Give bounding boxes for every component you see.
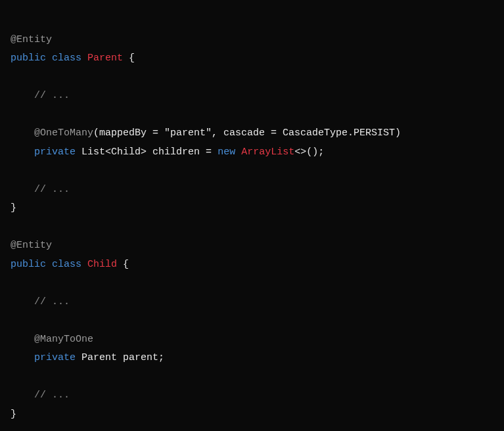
keyword-public: public <box>11 53 46 64</box>
comment: // ... <box>11 296 70 307</box>
type-arraylist: ArrayList <box>235 147 294 158</box>
annotation-entity: @Entity <box>11 34 52 45</box>
brace-close: } <box>11 202 16 214</box>
type-parent: Parent parent; <box>76 352 164 363</box>
keyword-private: private <box>11 352 76 363</box>
diamond-operator: <>(); <box>294 147 324 158</box>
comment: // ... <box>11 184 70 195</box>
class-name-parent: Parent <box>87 53 123 64</box>
keyword-public: public <box>11 259 46 270</box>
keyword-private: private <box>11 147 76 158</box>
keyword-new: new <box>218 147 235 158</box>
code-editor: @Entity public class Parent { // ... @On… <box>11 12 493 424</box>
annotation-onetomany: @OneToMany <box>11 127 93 139</box>
comment: // ... <box>11 90 70 101</box>
class-name-child: Child <box>87 259 117 270</box>
generic-open: < <box>105 147 111 158</box>
comment: // ... <box>11 390 70 401</box>
type-list: List <box>76 147 105 158</box>
brace-open: { <box>123 53 135 64</box>
annotation-args: (mappedBy = "parent", cascade = CascadeT… <box>93 127 401 139</box>
type-child: Child <box>111 147 141 158</box>
keyword-class: class <box>52 259 81 270</box>
identifier-children: children = <box>147 147 218 158</box>
brace-close: } <box>11 409 16 420</box>
brace-open: { <box>117 259 129 270</box>
annotation-manytoone: @ManyToOne <box>11 334 93 345</box>
annotation-entity: @Entity <box>11 240 52 251</box>
keyword-class: class <box>52 53 81 64</box>
generic-close: > <box>141 147 147 158</box>
